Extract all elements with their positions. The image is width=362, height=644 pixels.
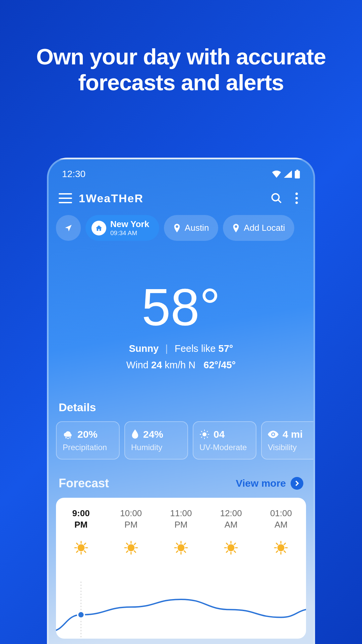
feels-like-value: 57° bbox=[219, 343, 233, 354]
detail-cards[interactable]: 20% Precipitation 24% Humidity 04 UV-Mod… bbox=[49, 421, 313, 460]
detail-label: Visibility bbox=[268, 443, 313, 452]
phone-frame: 12:30 1WeaTHeR New York 09:34 AM bbox=[47, 158, 315, 644]
svg-line-27 bbox=[76, 551, 78, 552]
detail-card-humidity[interactable]: 24% Humidity bbox=[124, 421, 188, 460]
hilo-value: 62°/45° bbox=[203, 360, 236, 370]
more-vertical-icon bbox=[295, 193, 298, 204]
svg-line-28 bbox=[84, 543, 85, 544]
svg-line-62 bbox=[284, 551, 286, 552]
detail-label: Humidity bbox=[131, 443, 181, 452]
sun-icon bbox=[56, 541, 106, 555]
droplet-icon bbox=[131, 429, 139, 439]
svg-point-9 bbox=[69, 437, 71, 438]
forecast-hour[interactable]: 12:00AM bbox=[206, 508, 256, 555]
location-arrow-icon bbox=[64, 224, 73, 232]
svg-line-36 bbox=[126, 551, 128, 552]
feels-like-label: Feels like bbox=[175, 343, 216, 354]
wifi-icon bbox=[272, 170, 281, 178]
location-chip-austin[interactable]: Austin bbox=[164, 215, 218, 241]
menu-icon[interactable] bbox=[59, 193, 72, 203]
sun-rays-icon bbox=[199, 429, 209, 439]
svg-point-2 bbox=[272, 194, 279, 201]
svg-line-16 bbox=[207, 437, 208, 438]
forecast-chart bbox=[56, 582, 306, 639]
svg-line-3 bbox=[278, 200, 281, 203]
detail-card-uv[interactable]: 04 UV-Moderate bbox=[193, 421, 256, 460]
detail-label: Precipitation bbox=[63, 443, 113, 452]
forecast-title: Forecast bbox=[59, 476, 109, 490]
svg-point-47 bbox=[228, 544, 235, 551]
forecast-hour[interactable]: 11:00PM bbox=[156, 508, 206, 555]
view-more-label: View more bbox=[236, 478, 286, 489]
svg-line-46 bbox=[184, 543, 185, 544]
status-icons bbox=[272, 170, 300, 178]
svg-rect-0 bbox=[295, 171, 300, 178]
home-icon bbox=[95, 224, 103, 232]
svg-line-64 bbox=[284, 543, 286, 544]
detail-value: 24% bbox=[143, 429, 163, 440]
detail-card-visibility[interactable]: 4 mi Visibility bbox=[261, 421, 313, 460]
forecast-hour[interactable]: 01:00AM bbox=[256, 508, 306, 555]
forecast-hour[interactable]: 9:00PM bbox=[56, 508, 106, 555]
svg-point-5 bbox=[295, 197, 298, 199]
wind-row: Wind 24 km/h N 62°/45° bbox=[49, 360, 313, 371]
eye-icon bbox=[268, 431, 279, 438]
app-title: 1WeaTHeR bbox=[79, 192, 263, 205]
current-temperature: 58° bbox=[49, 281, 313, 333]
svg-line-26 bbox=[84, 551, 85, 552]
location-chip-newyork[interactable]: New York 09:34 AM bbox=[85, 215, 159, 241]
condition-row: Sunny | Feels like 57° bbox=[49, 343, 313, 354]
app-header: 1WeaTHeR bbox=[49, 185, 313, 215]
battery-icon bbox=[295, 170, 300, 178]
add-location-button[interactable]: Add Locati bbox=[223, 215, 294, 241]
status-bar: 12:30 bbox=[49, 159, 313, 185]
temperature-display: 58° Sunny | Feels like 57° Wind 24 km/h … bbox=[49, 251, 313, 384]
forecast-hour-time: 01:00AM bbox=[256, 508, 306, 531]
add-location-label: Add Locati bbox=[244, 223, 285, 233]
location-name: New York bbox=[110, 219, 149, 229]
svg-line-54 bbox=[227, 551, 228, 552]
detail-card-precipitation[interactable]: 20% Precipitation bbox=[56, 421, 120, 460]
svg-point-20 bbox=[77, 544, 84, 551]
location-time: 09:34 AM bbox=[110, 229, 149, 237]
pin-icon bbox=[232, 224, 240, 232]
svg-line-61 bbox=[277, 543, 278, 544]
svg-point-29 bbox=[127, 544, 134, 551]
sun-icon bbox=[256, 541, 306, 555]
forecast-card[interactable]: 9:00PM10:00PM11:00PM12:00AM01:00AM bbox=[56, 498, 306, 639]
location-label: Austin bbox=[185, 223, 209, 233]
svg-line-44 bbox=[184, 551, 185, 552]
search-button[interactable] bbox=[270, 192, 283, 205]
svg-line-63 bbox=[277, 551, 278, 552]
detail-value: 04 bbox=[214, 429, 225, 440]
wind-value: 24 bbox=[151, 360, 162, 370]
svg-line-53 bbox=[234, 551, 236, 552]
svg-point-66 bbox=[78, 611, 84, 618]
svg-point-7 bbox=[65, 437, 67, 438]
svg-point-38 bbox=[178, 544, 185, 551]
details-title: Details bbox=[49, 384, 313, 421]
svg-line-45 bbox=[176, 551, 178, 552]
sun-icon bbox=[206, 541, 256, 555]
svg-point-10 bbox=[203, 433, 206, 436]
signal-icon bbox=[284, 170, 292, 178]
view-more-button[interactable]: View more bbox=[236, 477, 303, 490]
svg-line-15 bbox=[201, 431, 202, 432]
forecast-hour[interactable]: 10:00PM bbox=[106, 508, 156, 555]
svg-line-43 bbox=[176, 543, 178, 544]
location-pills[interactable]: New York 09:34 AM Austin Add Locati bbox=[49, 215, 313, 251]
sun-icon bbox=[156, 541, 206, 555]
sun-icon bbox=[106, 541, 156, 555]
gps-location-button[interactable] bbox=[56, 215, 81, 241]
condition-text: Sunny bbox=[129, 343, 159, 354]
forecast-header: Forecast View more bbox=[49, 460, 313, 498]
svg-line-17 bbox=[201, 437, 202, 438]
svg-line-25 bbox=[76, 543, 78, 544]
svg-point-4 bbox=[295, 193, 298, 195]
marketing-headline: Own your day with accurate forecasts and… bbox=[0, 0, 362, 95]
chevron-right-icon bbox=[291, 477, 303, 490]
more-button[interactable] bbox=[290, 192, 303, 205]
svg-line-55 bbox=[234, 543, 236, 544]
svg-point-19 bbox=[272, 433, 274, 435]
forecast-hour-time: 10:00PM bbox=[106, 508, 156, 531]
